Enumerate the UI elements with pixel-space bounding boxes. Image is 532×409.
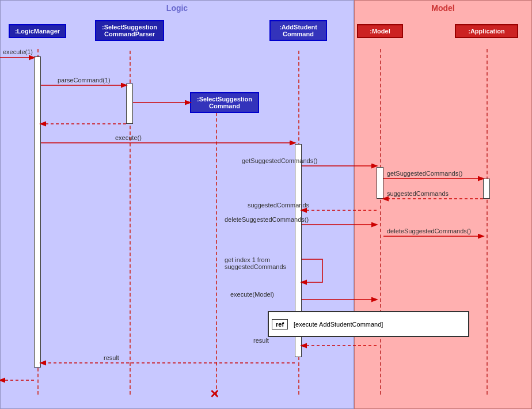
label-getindex: get index 1 fromsuggestedCommands [225,256,286,270]
diagram-container: Logic Model :LogicManager :SelectSuggest… [0,0,532,409]
lifeline-selectsuggestion-parser: :SelectSuggestionCommandParser [95,20,164,41]
label-parsecommand: parseCommand(1) [58,77,111,84]
activation-parser [126,84,133,124]
lifeline-line-application [487,49,488,395]
label-result2: result [104,354,119,361]
label-getsuggestedcommands1: getSuggestedCommands() [242,157,317,164]
lifeline-model: :Model [357,24,403,38]
label-deletesuggestedcommands2: deleteSuggestedCommands() [387,228,471,234]
label-suggestedcommands-return1: suggestedCommands [248,202,309,209]
ref-box: ref [execute AddStudentCommand] [268,311,469,337]
lifeline-application: :Application [455,24,518,38]
label-execute-main: execute() [115,134,142,141]
logic-label: Logic [1,1,354,16]
lifeline-logicmanager: :LogicManager [9,24,66,38]
label-deletesuggestedcommands1: deleteSuggestedCommands() [225,216,309,223]
ref-content: [execute AddStudentCommand] [294,321,383,328]
lifeline-addstudent-command: :AddStudentCommand [269,20,327,41]
model-label: Model [355,1,531,16]
x-mark-selectsuggestion: ✕ [210,387,219,401]
label-getsuggestedcommands2: getSuggestedCommands() [387,170,462,177]
label-suggestedcommands-return2: suggestedCommands [387,190,449,197]
lifeline-line-selectsuggestioncommand [216,101,217,395]
label-result1: result [253,337,269,344]
ref-label: ref [272,319,288,330]
activation-application [483,179,490,199]
activation-logicmanager [34,56,41,368]
lifeline-line-model [380,49,381,395]
activation-model [377,167,383,199]
select-suggestion-command-box: :SelectSuggestionCommand [190,92,259,113]
label-execute1: execute(1) [3,48,33,55]
label-executemodel: execute(Model) [230,291,274,298]
